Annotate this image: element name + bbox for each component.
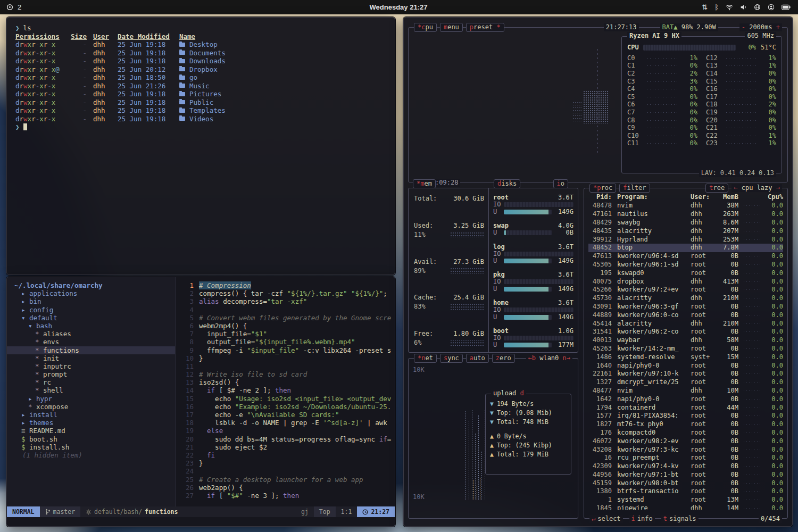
process-row[interactable]: 195 kswapd0 root 0B 0.0 [588,269,783,277]
proc-footer-button[interactable]: iinfo [629,515,655,523]
code-line[interactable]: 2 compress() { tar -czf "${1%/}.tar.gz" … [176,289,395,297]
tree-item[interactable]: * init [7,354,175,362]
refresh-icon[interactable]: ⇅ [702,3,708,11]
process-row[interactable]: 45305 kworker/u96:1-sd root 0B 0.0 [588,261,783,269]
process-row[interactable]: 45266 kworker/u97:2+ev root 0B 0.0 [588,286,783,294]
process-row[interactable]: 44956 kworker/u97:1-bt root 0B 0.0 [588,471,783,479]
process-row[interactable]: 48452 btop dhh 7.8M 0.0 [588,244,783,252]
code-line[interactable]: 1 # Compression [176,281,395,289]
process-row[interactable]: 43208 kworker/u97:3-kc root 0B 0.0 [588,445,783,454]
code-line[interactable]: 14 if [ $# -ne 2 ]; then [176,386,395,394]
launcher-icon[interactable] [6,4,13,11]
code-line[interactable]: 21 sudo eject $2 [176,443,395,451]
process-row[interactable]: 1640 napi/phy0-0 root 0B 0.0 [588,361,783,370]
process-row[interactable]: 1486 systemd-resolve syst+ 15M 0.0 [588,353,783,361]
process-row[interactable]: 45263 kworker/14:2-mm_ root 0B 0.0 [588,345,783,353]
code-line[interactable]: 12 # Write iso file to sd card [176,370,395,378]
globe-icon[interactable] [754,4,761,11]
code-line[interactable]: 18 lsblk -d -o NAME | grep -E '^sd[a-z]'… [176,419,395,427]
tree-item[interactable]: ▸ config [7,306,175,314]
process-row[interactable]: 1642 napi/phy0-0 root 0B 0.0 [588,395,783,403]
account-icon[interactable] [768,4,775,11]
tree-item[interactable]: * shell [7,386,175,394]
process-row[interactable]: 1577 irq/81-PIXA3854: root 0B 0.0 [588,412,783,420]
code-line[interactable]: 9 ffmpeg -i "$input_file" -c:v libx264 -… [176,346,395,354]
process-row[interactable]: 48478 nvim dhh 38M 0.0 [588,202,783,210]
wifi-icon[interactable] [726,4,733,11]
process-row[interactable]: 40075 dropbox dhh 413M 0.0 [588,277,783,286]
tab-filter[interactable]: filter [619,184,650,193]
clock[interactable]: Wednesday 21:27 [145,3,652,11]
code-line[interactable]: 11 [176,362,395,370]
code-line[interactable]: 5 # Convert webm files generated by the … [176,314,395,322]
proc-footer-button[interactable]: tsignals [661,515,699,523]
code-line[interactable]: 25 # Create a desktop launcher for a web… [176,476,395,484]
tree-item[interactable]: ▸ hypr [7,395,175,403]
tree-item[interactable]: * rc [7,378,175,386]
tab-menu[interactable]: menu [440,23,463,32]
process-row[interactable]: 48477 nvim dhh 10M 0.0 [588,387,783,395]
tab-auto[interactable]: auto [466,354,489,363]
process-row[interactable]: 31541 kworker/u96:2-co root 0B 0.0 [588,328,783,336]
tree-item[interactable]: * envs [7,338,175,346]
battery-icon[interactable] [782,4,791,10]
process-row[interactable]: 46072 kworker/u98:2-ev root 0B 0.0 [588,437,783,445]
tree-item[interactable]: * functions [7,346,175,354]
window-ls-terminal[interactable]: ❯ls Permissions Size User Date Modified … [6,17,395,275]
code-line[interactable]: 20 sudo dd bs=4M status=progress oflag=s… [176,435,395,443]
code-line[interactable]: 10 } [176,354,395,362]
tree-item[interactable]: * aliases [7,330,175,338]
tree-item[interactable]: (1 hidden item) [7,451,175,459]
window-btop[interactable]: *cpu menu preset * 21:27:13 BAT▲ 98% 2.9… [403,17,793,527]
tab-mem[interactable]: *mem [413,179,436,188]
code-line[interactable]: 22 fi [176,451,395,459]
tree-item[interactable]: ▸ install [7,411,175,419]
network-interface[interactable]: ←b wlan0 n→ [526,354,573,362]
process-row[interactable]: 48429 swaybg dhh 8.6M 0.0 [588,219,783,227]
proc-footer-button[interactable]: ↵select [589,515,623,523]
code-line[interactable]: 26 web2app() { [176,484,395,492]
tree-item[interactable]: * xcompose [7,403,175,411]
code-line[interactable]: 13 iso2sd() { [176,378,395,386]
process-row[interactable]: 42309 kworker/u97:4-kv root 0B 0.0 [588,462,783,471]
process-row[interactable]: 45414 alacritty dhh 210M 0.0 [588,319,783,328]
tab-disks[interactable]: disks [494,179,520,188]
tab-sync[interactable]: sync [440,354,463,363]
process-row[interactable]: 45159 kworker/u98:0-bt root 0B 0.0 [588,479,783,487]
tab-preset[interactable]: preset * [466,23,504,32]
code-line[interactable]: 17 echo -e "\nAvailable SD cards:" [176,411,395,419]
process-table-header[interactable]: Pid: Program: User: MemB Cpu% [588,193,783,202]
process-row[interactable]: 48435 alacritty dhh 207M 0.0 [588,227,783,235]
tree-item[interactable]: ▾ bash [7,322,175,330]
tree-item[interactable]: ▾ default [7,314,175,322]
process-row[interactable]: 1827 mt76-tx phy0 root 0B 0.0 [588,420,783,429]
code-line[interactable]: 7 input_file="$1" [176,330,395,338]
code-line[interactable]: 16 echo "Example: iso2sd ~/Downloads/ubu… [176,403,395,411]
process-row[interactable]: 16 rcu_preempt root 0B 0.0 [588,454,783,462]
code-line[interactable]: 4 [176,306,395,314]
tree-item[interactable]: $ install.sh [7,443,175,451]
process-row[interactable]: 1 systemd root 13M 0.0 [588,496,783,504]
editor-pane[interactable]: 1 # Compression 2 compress() { tar -czf … [176,277,395,506]
code-line[interactable]: 15 echo "Usage: iso2sd <input_file> <out… [176,395,395,403]
process-row[interactable]: 47613 kworker/u96:4-sd root 0B 0.0 [588,252,783,261]
process-row[interactable]: 44889 kworker/u96:0-co root 0B 0.0 [588,311,783,319]
code-line[interactable]: 6 webm2mp4() { [176,322,395,330]
tree-item[interactable]: * inputrc [7,362,175,370]
workspace-indicator[interactable]: 2 [18,3,21,11]
process-row[interactable]: 1380 btrfs-transactio root 0B 0.0 [588,487,783,496]
tab-proc[interactable]: *proc [589,184,616,193]
tab-tree[interactable]: tree [705,184,728,193]
process-row[interactable]: 43091 kworker/u96:3-gf root 0B 0.0 [588,303,783,311]
code-line[interactable]: 27 if [ "$#" -ne 3 ]; then [176,492,395,500]
process-row[interactable]: 176 kcompactd0 root 0B 0.0 [588,429,783,437]
update-interval[interactable]: - 2000ms + [739,23,782,31]
tree-item[interactable]: ▸ applications [7,289,175,297]
process-row[interactable]: 39912 Hyprland dhh 253M 0.0 [588,235,783,244]
volume-icon[interactable] [740,4,747,11]
code-line[interactable]: 8 output_file="${input_file%.webm}.mp4" [176,338,395,346]
tree-item[interactable]: ▸ themes [7,419,175,427]
process-row[interactable]: 40013 waybar dhh 58M 0.0 [588,336,783,345]
tab-cpu[interactable]: *cpu [414,23,437,32]
sort-selector[interactable]: ← cpu lazy → [732,184,782,192]
